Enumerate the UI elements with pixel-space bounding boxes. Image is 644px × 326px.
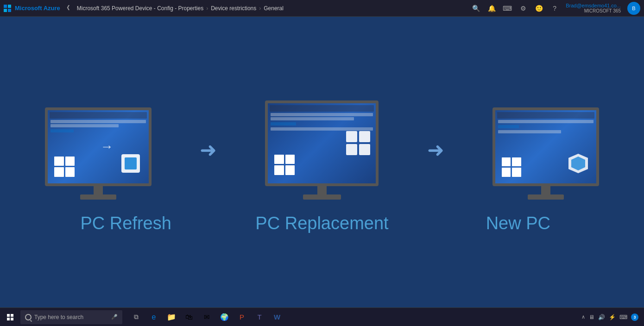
stand-neck-2 — [317, 186, 327, 194]
user-info[interactable]: Brad@emsdemo41.co... MICROSOFT 365 — [566, 3, 621, 13]
monitor-screen-2 — [265, 100, 379, 186]
notification-badge[interactable]: 3 — [631, 313, 638, 321]
monitors-row: → ➜ — [19, 100, 625, 200]
title-bar-right: 🔍 🔔 ⌨ ⚙ 🙂 ? Brad@emsdemo41.co... MICROSO… — [471, 2, 640, 15]
app-name: Microsoft Azure 《 — [4, 4, 69, 12]
taskbar-search-bar[interactable]: Type here to search 🎤 — [20, 310, 122, 324]
nav-collapse-icon[interactable]: 《 — [64, 4, 69, 12]
monitor-pc-replacement — [265, 100, 379, 200]
teams-icon[interactable]: T — [251, 309, 268, 326]
svg-rect-1 — [125, 157, 137, 169]
store-icon[interactable]: 🛍 — [181, 309, 197, 326]
taskbar-right-area: ∧ 🖥 🔊 ⚡ ⌨ 3 — [581, 313, 642, 321]
avatar[interactable]: B — [627, 2, 640, 15]
monitor-pc-refresh: → — [45, 107, 152, 200]
slide-overlay: → ➜ — [0, 17, 644, 307]
browser-icon[interactable]: 🌍 — [216, 309, 233, 326]
taskbar: Type here to search 🎤 ⧉ e 📁 🛍 ✉ 🌍 P T W … — [0, 307, 644, 326]
mail-icon[interactable]: ✉ — [198, 309, 215, 326]
help-icon[interactable]: ? — [550, 4, 559, 13]
terminal-icon[interactable]: ⌨ — [503, 4, 512, 13]
taskbar-search-icon — [25, 314, 32, 320]
breadcrumb: Microsoft 365 Powered Device - Config - … — [69, 5, 471, 12]
azure-logo — [4, 5, 11, 12]
microphone-icon: 🎤 — [111, 314, 118, 320]
network-icon[interactable]: 🖥 — [589, 314, 594, 320]
app-title: Microsoft Azure — [15, 5, 60, 12]
windows-logo-3 — [502, 157, 521, 177]
stand-base-3 — [528, 194, 564, 200]
taskbar-app-icons: ⧉ e 📁 🛍 ✉ 🌍 P T W — [128, 309, 285, 326]
monitor-new-pc — [492, 107, 599, 200]
label-pc-replacement: PC Replacement — [225, 213, 419, 233]
office-logo-1 — [119, 152, 142, 177]
label-new-pc: New PC — [421, 213, 615, 233]
file-explorer-icon[interactable]: 📁 — [163, 309, 180, 326]
chevron-up-icon[interactable]: ∧ — [581, 314, 585, 320]
windows-logo-1 — [54, 157, 75, 177]
screen-inner-3 — [495, 110, 596, 183]
office-logo-2 — [346, 131, 370, 155]
label-pc-refresh: PC Refresh — [29, 213, 223, 233]
slide-arrow-2: ➜ — [427, 138, 444, 162]
notifications-icon[interactable]: 🔔 — [487, 4, 496, 13]
start-button[interactable] — [2, 309, 19, 326]
screen-inner-1: → — [48, 110, 149, 183]
screen-inner-2 — [268, 103, 376, 183]
powerpoint-icon[interactable]: P — [234, 309, 250, 326]
battery-icon[interactable]: ⚡ — [609, 314, 616, 320]
monitor-screen-1: → — [45, 107, 152, 186]
arrow-icon-1: → — [100, 139, 113, 154]
slide-labels: PC Refresh PC Replacement New PC — [19, 213, 625, 233]
slide-arrow-1: ➜ — [200, 138, 217, 162]
stand-neck-3 — [541, 186, 550, 194]
office-logo-3 — [567, 152, 590, 177]
stand-neck-1 — [94, 186, 103, 194]
search-icon[interactable]: 🔍 — [471, 4, 480, 13]
keyboard-icon[interactable]: ⌨ — [619, 314, 627, 320]
stand-base-1 — [80, 194, 116, 200]
stand-base-2 — [303, 194, 341, 200]
volume-icon[interactable]: 🔊 — [598, 314, 605, 320]
smiley-icon[interactable]: 🙂 — [534, 4, 543, 13]
monitor-screen-3 — [492, 107, 599, 186]
edge-icon[interactable]: e — [145, 309, 162, 326]
windows-logo-2 — [274, 155, 295, 175]
taskbar-search-text: Type here to search — [34, 314, 83, 320]
task-view-icon[interactable]: ⧉ — [128, 309, 145, 326]
title-bar: Microsoft Azure 《 Microsoft 365 Powered … — [0, 0, 644, 17]
word-icon[interactable]: W — [269, 309, 285, 326]
settings-icon[interactable]: ⚙ — [518, 4, 528, 13]
